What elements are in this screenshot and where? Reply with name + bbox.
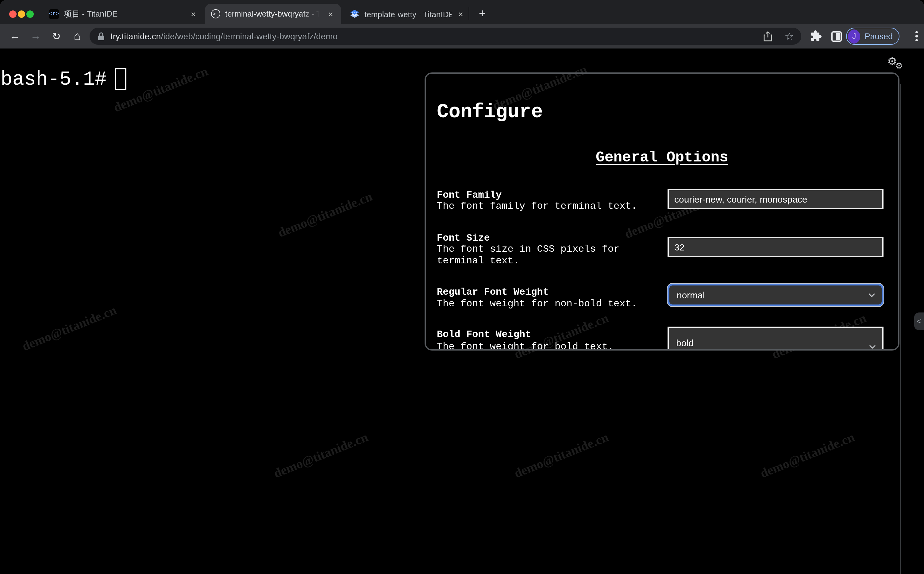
tab-title: template-wetty - TitanIDE bbox=[365, 9, 452, 19]
side-panel-glyph bbox=[831, 31, 841, 41]
terminal-cursor bbox=[115, 68, 126, 90]
url-host: try.titanide.cn bbox=[110, 31, 161, 41]
tab-template-wetty[interactable]: </> template-wetty - TitanIDE × bbox=[344, 4, 471, 24]
watermark-text: demo@titanide.cn bbox=[272, 430, 370, 482]
bookmark-star-icon[interactable]: ☆ bbox=[785, 31, 794, 41]
extensions-puzzle-icon[interactable] bbox=[808, 28, 823, 44]
titanide-logo-icon: <t> bbox=[49, 9, 59, 19]
new-tab-button[interactable]: + bbox=[474, 5, 491, 22]
window-maximize-button[interactable] bbox=[27, 10, 34, 18]
browser-toolbar: ← → ↻ ⌂ try.titanide.cn /ide/web/coding/… bbox=[0, 24, 924, 49]
reload-button[interactable]: ↻ bbox=[48, 28, 65, 45]
general-options-heading: General Options bbox=[426, 149, 898, 166]
profile-paused-chip[interactable]: J Paused bbox=[846, 28, 899, 45]
font-family-description: The font family for terminal text. bbox=[437, 201, 652, 213]
configure-title: Configure bbox=[437, 101, 543, 123]
tab-close-icon[interactable]: × bbox=[455, 9, 466, 20]
tab-titanide-project[interactable]: <t> 项目 - TitanIDE × bbox=[43, 4, 204, 24]
font-size-label: Font Size bbox=[437, 233, 652, 244]
lock-icon[interactable] bbox=[97, 32, 105, 41]
drawer-divider-line bbox=[900, 84, 901, 574]
window-close-button[interactable] bbox=[9, 10, 17, 18]
url-path: /ide/web/coding/terminal-wetty-bwqryafz/… bbox=[161, 31, 338, 41]
browser-menu-icon[interactable] bbox=[910, 28, 923, 44]
browser-window: <t> 项目 - TitanIDE × >_ terminal-wetty-bw… bbox=[0, 0, 924, 574]
chevron-down-icon bbox=[868, 293, 875, 297]
side-panel-icon[interactable] bbox=[828, 28, 844, 44]
tab-strip: <t> 项目 - TitanIDE × >_ terminal-wetty-bw… bbox=[0, 0, 924, 24]
tab-title: 项目 - TitanIDE bbox=[64, 9, 184, 20]
regular-font-weight-select[interactable]: normal bbox=[668, 284, 883, 306]
tab-close-icon[interactable]: × bbox=[188, 9, 199, 20]
watermark-text: demo@titanide.cn bbox=[758, 430, 857, 482]
home-button[interactable]: ⌂ bbox=[69, 28, 86, 45]
font-size-input[interactable] bbox=[668, 237, 883, 257]
configure-panel: Configure General Options Font Family Th… bbox=[424, 73, 899, 350]
terminal-prompt-line[interactable]: bash-5.1# bbox=[1, 65, 126, 93]
paused-status-label: Paused bbox=[864, 32, 893, 41]
tab-terminal-wetty[interactable]: >_ terminal-wetty-bwqryafz - Tita × bbox=[205, 4, 341, 24]
svg-text:</>: </> bbox=[352, 11, 357, 14]
forward-button[interactable]: → bbox=[27, 28, 44, 45]
selected-value: bold bbox=[676, 337, 694, 348]
bold-font-weight-description: The font weight for bold text. bbox=[437, 341, 652, 350]
terminal-page: demo@titanide.cndemo@titanide.cndemo@tit… bbox=[0, 49, 924, 574]
window-minimize-button[interactable] bbox=[18, 10, 25, 18]
font-size-description: The font size in CSS pixels for terminal… bbox=[437, 244, 652, 267]
blue-layers-icon: </> bbox=[350, 9, 360, 19]
watermark-text: demo@titanide.cn bbox=[20, 303, 119, 355]
chevron-down-icon bbox=[869, 344, 876, 349]
tab-divider bbox=[469, 7, 469, 20]
selected-value: normal bbox=[677, 290, 705, 300]
regular-font-weight-description: The font weight for non-bold text. bbox=[437, 298, 652, 310]
address-bar[interactable]: try.titanide.cn /ide/web/coding/terminal… bbox=[90, 28, 801, 45]
gear-icon: ⚙ bbox=[895, 61, 903, 71]
bold-font-weight-label: Bold Font Weight bbox=[437, 329, 652, 341]
bold-font-weight-select[interactable]: bold bbox=[668, 326, 883, 350]
watermark-text: demo@titanide.cn bbox=[276, 189, 375, 241]
watermark-text: demo@titanide.cn bbox=[512, 430, 611, 482]
regular-font-weight-label: Regular Font Weight bbox=[437, 287, 652, 298]
back-button[interactable]: ← bbox=[6, 28, 23, 45]
avatar: J bbox=[848, 29, 860, 43]
font-family-label: Font Family bbox=[437, 190, 652, 201]
tab-title: terminal-wetty-bwqryafz - Tita bbox=[225, 9, 322, 19]
tab-close-icon[interactable]: × bbox=[325, 8, 336, 19]
font-family-input[interactable] bbox=[668, 189, 883, 209]
drawer-toggle-button[interactable]: < bbox=[914, 312, 924, 330]
share-icon[interactable] bbox=[763, 31, 772, 41]
settings-gears-button[interactable]: ⚙ ⚙ bbox=[887, 55, 908, 73]
terminal-circle-icon: >_ bbox=[211, 9, 220, 19]
terminal-prompt: bash-5.1# bbox=[1, 68, 107, 91]
